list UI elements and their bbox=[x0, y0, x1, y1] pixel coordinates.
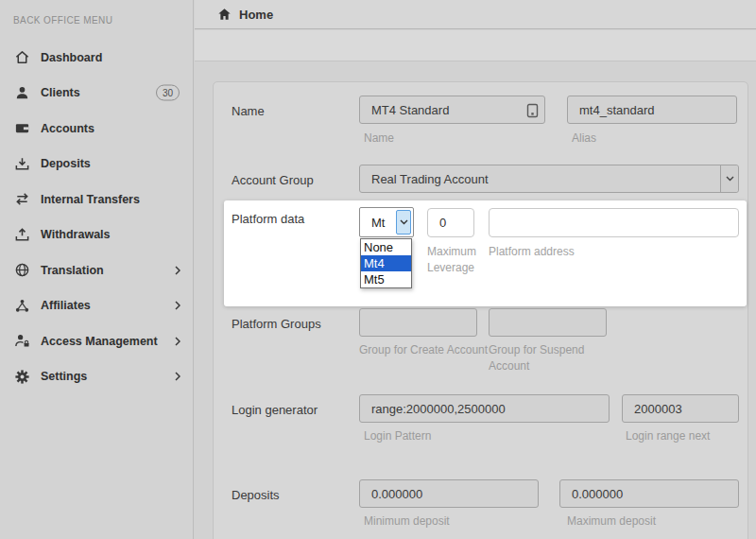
account-group-label: Account Group bbox=[232, 173, 314, 187]
form-card bbox=[213, 81, 748, 539]
sidebar-item-label: Affiliates bbox=[41, 299, 91, 312]
clients-icon bbox=[13, 84, 30, 101]
clients-count-badge: 30 bbox=[156, 85, 180, 101]
sidebar-item-label: Translation bbox=[41, 264, 104, 277]
sidebar-item-label: Accounts bbox=[41, 122, 94, 135]
name-input[interactable] bbox=[359, 96, 545, 124]
transfer-arrows-icon bbox=[13, 191, 30, 208]
sidebar-item-label: Access Management bbox=[41, 335, 158, 348]
name-hint: Name bbox=[364, 130, 394, 147]
chevron-right-icon bbox=[175, 337, 180, 346]
sidebar-item-deposits[interactable]: Deposits bbox=[0, 147, 193, 183]
sidebar-item-label: Deposits bbox=[41, 157, 91, 170]
max-deposit-hint: Maximum deposit bbox=[567, 513, 656, 530]
affiliates-network-icon bbox=[13, 297, 30, 314]
platform-select[interactable]: Mt bbox=[359, 207, 414, 237]
chevron-down-icon bbox=[396, 210, 411, 235]
sidebar-item-label: Dashboard bbox=[41, 51, 102, 64]
sidebar-item-settings[interactable]: Settings bbox=[0, 359, 193, 395]
deposits-label: Deposits bbox=[232, 488, 280, 502]
field-adornment-icon bbox=[525, 102, 540, 118]
home-icon bbox=[13, 49, 30, 66]
deposit-icon bbox=[13, 155, 30, 172]
sidebar-menu: Dashboard Clients 30 Accounts Deposi bbox=[0, 40, 193, 394]
login-range-next-input[interactable] bbox=[622, 394, 739, 423]
withdraw-icon bbox=[13, 226, 30, 243]
name-row-label: Name bbox=[232, 104, 265, 118]
sidebar-item-dashboard[interactable]: Dashboard bbox=[0, 40, 193, 76]
chevron-right-icon bbox=[175, 266, 180, 275]
sidebar-item-access-management[interactable]: Access Management bbox=[0, 323, 193, 359]
chevron-right-icon bbox=[175, 301, 180, 310]
account-group-value: Real Trading Account bbox=[371, 172, 489, 186]
min-deposit-input[interactable] bbox=[359, 479, 539, 508]
sidebar: BACK OFFICE MENU Dashboard Clients 30 bbox=[0, 0, 194, 539]
sidebar-item-clients[interactable]: Clients 30 bbox=[0, 76, 193, 112]
breadcrumb[interactable]: Home bbox=[195, 0, 756, 28]
login-range-next-hint: Login range next bbox=[626, 428, 710, 444]
sidebar-item-label: Internal Transfers bbox=[41, 193, 140, 206]
max-deposit-input[interactable] bbox=[559, 479, 739, 508]
sidebar-header: BACK OFFICE MENU bbox=[13, 15, 112, 26]
wallet-icon bbox=[13, 120, 30, 137]
login-generator-label: Login generator bbox=[232, 403, 318, 417]
toolbar-strip bbox=[195, 30, 756, 61]
platform-data-label: Platform data bbox=[232, 212, 304, 226]
sidebar-item-withdrawals[interactable]: Withdrawals bbox=[0, 217, 193, 253]
sidebar-item-label: Settings bbox=[41, 370, 87, 383]
option-mt5[interactable]: Mt5 bbox=[361, 271, 411, 287]
sidebar-item-internal-transfers[interactable]: Internal Transfers bbox=[0, 182, 193, 217]
platform-select-dropdown: None Mt4 Mt5 bbox=[360, 238, 412, 288]
gear-icon bbox=[13, 368, 30, 385]
sidebar-item-affiliates[interactable]: Affiliates bbox=[0, 288, 193, 324]
group-create-hint: Group for Create Account bbox=[359, 342, 510, 358]
login-pattern-hint: Login Pattern bbox=[364, 428, 431, 444]
top-bar: Home bbox=[195, 0, 756, 29]
platform-groups-label: Platform Groups bbox=[232, 317, 321, 331]
sidebar-item-label: Withdrawals bbox=[41, 228, 111, 241]
group-suspend-hint: Group for Suspend Account bbox=[489, 342, 594, 374]
back-office-page: BACK OFFICE MENU Dashboard Clients 30 bbox=[0, 0, 756, 539]
breadcrumb-home-label: Home bbox=[239, 8, 273, 22]
sidebar-item-label: Clients bbox=[41, 86, 80, 99]
sidebar-item-accounts[interactable]: Accounts bbox=[0, 111, 193, 147]
sidebar-item-translation[interactable]: Translation bbox=[0, 252, 193, 288]
min-deposit-hint: Minimum deposit bbox=[364, 513, 450, 530]
account-group-select[interactable]: Real Trading Account bbox=[359, 165, 739, 193]
max-leverage-hint: Maximum Leverage bbox=[427, 244, 484, 276]
chevron-down-icon bbox=[720, 165, 738, 192]
chevron-right-icon bbox=[175, 372, 180, 381]
alias-input[interactable] bbox=[567, 96, 737, 124]
group-create-input[interactable] bbox=[359, 308, 477, 337]
platform-address-input[interactable] bbox=[489, 208, 739, 237]
breadcrumb-home-icon bbox=[217, 8, 232, 21]
platform-address-hint: Platform address bbox=[489, 244, 575, 260]
max-leverage-input[interactable] bbox=[427, 208, 474, 237]
globe-icon bbox=[13, 262, 30, 279]
group-suspend-input[interactable] bbox=[489, 308, 607, 337]
option-none[interactable]: None bbox=[361, 239, 411, 255]
platform-select-value: Mt bbox=[371, 216, 385, 230]
option-mt4[interactable]: Mt4 bbox=[361, 255, 411, 271]
alias-hint: Alias bbox=[572, 130, 596, 147]
login-pattern-input[interactable] bbox=[359, 394, 610, 423]
access-lock-icon bbox=[13, 333, 30, 350]
